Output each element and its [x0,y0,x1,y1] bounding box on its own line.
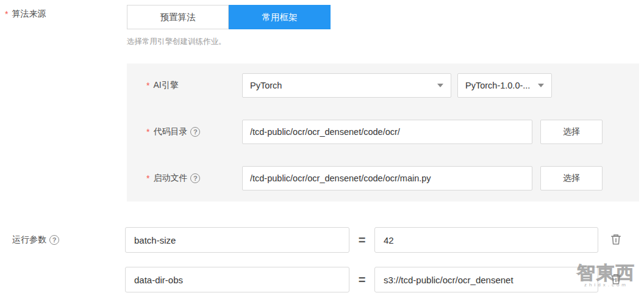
code-dir-choose-button[interactable]: 选择 [540,120,603,144]
chevron-down-icon [437,84,443,87]
required-asterisk: * [5,9,8,19]
param-value-input[interactable] [374,267,598,292]
engine-config-panel: * AI引擎 PyTorch PyTorch-1.0.0-... * 代码目录 … [127,63,639,201]
trash-icon [609,272,623,286]
engine-select-value: PyTorch [250,81,282,90]
required-asterisk: * [146,127,149,137]
param-row: = [125,267,623,292]
boot-file-label: * 启动文件 ? [146,173,242,184]
delete-param-button[interactable] [609,272,623,287]
algorithm-source-label: * 算法来源 [5,9,46,20]
tab-preset-algorithm[interactable]: 预置算法 [127,5,229,29]
param-value-input[interactable] [374,227,598,253]
code-dir-row: * 代码目录 ? 选择 [146,120,603,144]
ai-engine-label-text: AI引擎 [153,80,178,91]
param-name-input[interactable] [125,227,349,253]
help-icon[interactable]: ? [190,173,200,183]
code-dir-label-text: 代码目录 [153,126,187,137]
boot-file-choose-button[interactable]: 选择 [540,166,603,190]
delete-param-button[interactable] [609,233,623,247]
engine-select[interactable]: PyTorch [242,73,451,98]
code-dir-input[interactable] [242,120,532,144]
engine-version-value: PyTorch-1.0.0-... [465,81,530,90]
param-name-input[interactable] [125,267,349,292]
boot-file-input[interactable] [242,166,532,190]
help-icon[interactable]: ? [49,235,59,245]
boot-file-label-text: 启动文件 [153,173,187,184]
required-asterisk: * [146,81,149,90]
equals-sign: = [351,273,373,287]
engine-hint-text: 选择常用引擎创建训练作业。 [127,37,226,47]
trash-icon [609,233,623,246]
engine-version-select[interactable]: PyTorch-1.0.0-... [457,73,552,98]
equals-sign: = [351,233,373,247]
run-params-label-text: 运行参数 [12,234,46,245]
chevron-down-icon [538,84,544,87]
ai-engine-row: * AI引擎 PyTorch PyTorch-1.0.0-... [146,73,552,98]
algorithm-source-label-text: 算法来源 [12,9,46,20]
code-dir-label: * 代码目录 ? [146,126,242,137]
tab-common-framework[interactable]: 常用框架 [229,5,331,29]
help-icon[interactable]: ? [190,127,200,137]
boot-file-row: * 启动文件 ? 选择 [146,166,603,190]
algorithm-source-tabs: 预置算法 常用框架 [127,5,331,29]
ai-engine-label: * AI引擎 [146,80,242,91]
run-params-label: 运行参数 ? [12,234,59,245]
required-asterisk: * [146,173,149,183]
param-row: = [125,227,623,253]
